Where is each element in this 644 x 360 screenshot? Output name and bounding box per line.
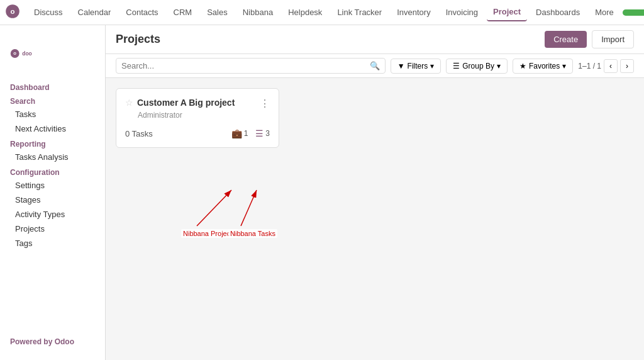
search-input[interactable]: [121, 61, 370, 70]
sidebar-item-settings[interactable]: Settings: [0, 178, 105, 193]
main-header: Projects Create Import: [106, 25, 644, 54]
search-icon[interactable]: 🔍: [370, 61, 380, 70]
nav-invoicing[interactable]: Invoicing: [440, 4, 484, 21]
page-title: Projects: [116, 33, 160, 46]
project-card: ☆ Customer A Big project ⋮ Administrator…: [116, 88, 279, 148]
nav-nibbana[interactable]: Nibbana: [236, 4, 279, 21]
sidebar-item-activity-types[interactable]: Activity Types: [0, 207, 105, 222]
sidebar-search-header[interactable]: Search: [0, 93, 105, 107]
sidebar-footer: Powered by Odoo: [0, 330, 105, 354]
groupby-chevron-icon: ▾: [497, 62, 501, 70]
briefcase-icon: 💼: [231, 128, 242, 138]
sidebar-item-tasks[interactable]: Tasks: [0, 107, 105, 121]
sidebar-item-tasks-analysis[interactable]: Tasks Analysis: [0, 150, 105, 164]
card-menu-icon[interactable]: ⋮: [260, 98, 270, 110]
search-box[interactable]: 🔍: [116, 58, 386, 74]
project-title[interactable]: Customer A Big project: [137, 98, 260, 108]
nav-inventory[interactable]: Inventory: [391, 4, 436, 21]
groupby-icon: ☰: [453, 62, 460, 70]
main-content: Projects Create Import 🔍 ▼ Filters ▾ ☰ G…: [106, 25, 644, 360]
sidebar-item-projects[interactable]: Projects: [0, 222, 105, 236]
content-area: ☆ Customer A Big project ⋮ Administrator…: [106, 78, 644, 360]
next-page-button[interactable]: ›: [620, 59, 634, 73]
sidebar-dashboard[interactable]: Dashboard: [0, 79, 105, 93]
top-navigation: o Discuss Calendar Contacts CRM Sales Ni…: [0, 0, 644, 25]
tasks-count: 0 Tasks: [125, 129, 153, 138]
svg-text:doo: doo: [22, 50, 32, 57]
groupby-label: Group By: [462, 62, 494, 70]
filters-label: Filters: [408, 62, 428, 70]
progress-fill: [623, 9, 644, 16]
svg-line-6: [197, 190, 231, 226]
nav-project[interactable]: Project: [487, 3, 527, 21]
annotation-label-1: Nibbana Projects: [181, 229, 238, 238]
nav-sales[interactable]: Sales: [201, 4, 234, 21]
sidebar-item-stages[interactable]: Stages: [0, 193, 105, 207]
briefcase-icon-item[interactable]: 💼 1: [231, 128, 248, 138]
favorite-star-icon[interactable]: ☆: [125, 98, 133, 108]
filter-chevron-icon: ▾: [430, 62, 434, 70]
pagination: 1–1 / 1 ‹ ›: [578, 59, 634, 73]
create-button[interactable]: Create: [545, 31, 587, 48]
nav-crm[interactable]: CRM: [167, 4, 199, 21]
sidebar-logo: o doo: [0, 31, 105, 79]
pagination-text: 1–1 / 1: [578, 62, 601, 70]
list-count: 3: [265, 129, 270, 138]
card-icons: 💼 1 ☰ 3: [231, 128, 270, 138]
svg-text:o: o: [13, 50, 16, 56]
footer-text: Powered by: [10, 337, 55, 346]
nav-dashboards[interactable]: Dashboards: [530, 4, 586, 21]
favorites-chevron-icon: ▾: [562, 62, 566, 70]
progress-bar: [623, 9, 644, 16]
import-button[interactable]: Import: [592, 30, 634, 48]
sidebar-reporting-header[interactable]: Reporting: [0, 136, 105, 150]
svg-line-7: [241, 190, 257, 226]
groupby-button[interactable]: ☰ Group By ▾: [446, 59, 508, 74]
briefcase-count: 1: [244, 129, 248, 138]
app-layout: o doo Dashboard Search Tasks Next Activi…: [0, 25, 644, 360]
filter-icon: ▼: [397, 62, 405, 70]
list-icon: ☰: [255, 128, 264, 138]
card-header: ☆ Customer A Big project ⋮: [125, 98, 270, 110]
filters-button[interactable]: ▼ Filters ▾: [391, 59, 441, 74]
nav-helpdesk[interactable]: Helpdesk: [282, 4, 328, 21]
nav-link-tracker[interactable]: Link Tracker: [331, 4, 388, 21]
favorites-button[interactable]: ★ Favorites ▾: [513, 59, 573, 74]
nav-discuss[interactable]: Discuss: [28, 4, 69, 21]
sidebar-item-next-activities[interactable]: Next Activities: [0, 121, 105, 136]
star-icon: ★: [519, 62, 526, 70]
logo: o: [5, 4, 20, 21]
card-footer: 0 Tasks 💼 1 ☰ 3: [125, 128, 270, 138]
sidebar-item-tags[interactable]: Tags: [0, 236, 105, 250]
nav-calendar[interactable]: Calendar: [72, 4, 118, 21]
sidebar-configuration-header[interactable]: Configuration: [0, 164, 105, 178]
footer-brand: Odoo: [55, 337, 74, 346]
toolbar: 🔍 ▼ Filters ▾ ☰ Group By ▾ ★ Favorites ▾…: [106, 54, 644, 78]
topnav-right: 🕐 💬 ⚡ Administrator (test): [623, 4, 644, 21]
nav-more[interactable]: More: [589, 4, 620, 21]
list-icon-item[interactable]: ☰ 3: [255, 128, 270, 138]
prev-page-button[interactable]: ‹: [604, 59, 618, 73]
project-subtitle: Administrator: [138, 111, 270, 120]
annotation-label-2: Nibbana Tasks: [228, 229, 277, 238]
favorites-label: Favorites: [529, 62, 560, 70]
sidebar: o doo Dashboard Search Tasks Next Activi…: [0, 25, 106, 360]
nav-contacts[interactable]: Contacts: [119, 4, 164, 21]
svg-text:o: o: [10, 8, 14, 15]
